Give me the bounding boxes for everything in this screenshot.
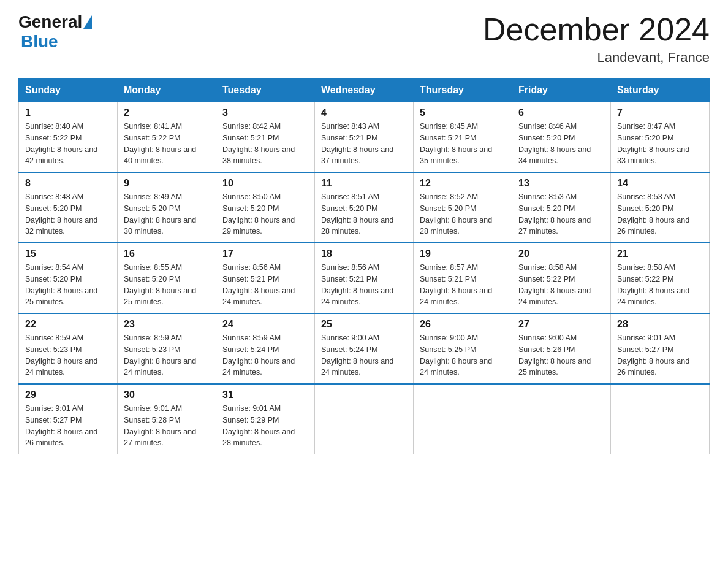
day-info: Sunrise: 8:56 AMSunset: 5:21 PMDaylight:… xyxy=(222,262,308,308)
day-info: Sunrise: 8:59 AMSunset: 5:23 PMDaylight:… xyxy=(25,332,111,378)
table-row: 13Sunrise: 8:53 AMSunset: 5:20 PMDayligh… xyxy=(512,172,611,243)
table-row: 8Sunrise: 8:48 AMSunset: 5:20 PMDaylight… xyxy=(19,172,118,243)
day-info: Sunrise: 8:55 AMSunset: 5:20 PMDaylight:… xyxy=(124,262,210,308)
day-number: 20 xyxy=(518,248,604,259)
day-number: 8 xyxy=(25,178,111,189)
day-number: 7 xyxy=(617,107,703,118)
table-row: 27Sunrise: 9:00 AMSunset: 5:26 PMDayligh… xyxy=(512,313,611,384)
day-info: Sunrise: 8:59 AMSunset: 5:24 PMDaylight:… xyxy=(222,332,308,378)
day-number: 28 xyxy=(617,319,703,330)
table-row: 24Sunrise: 8:59 AMSunset: 5:24 PMDayligh… xyxy=(216,313,315,384)
day-info: Sunrise: 8:53 AMSunset: 5:20 PMDaylight:… xyxy=(617,191,703,237)
day-number: 6 xyxy=(518,107,604,118)
table-row: 12Sunrise: 8:52 AMSunset: 5:20 PMDayligh… xyxy=(414,172,512,243)
calendar-week-row: 1Sunrise: 8:40 AMSunset: 5:22 PMDaylight… xyxy=(19,102,710,173)
day-info: Sunrise: 9:01 AMSunset: 5:28 PMDaylight:… xyxy=(124,403,210,449)
table-row: 28Sunrise: 9:01 AMSunset: 5:27 PMDayligh… xyxy=(611,313,710,384)
table-row: 3Sunrise: 8:42 AMSunset: 5:21 PMDaylight… xyxy=(216,102,315,173)
day-number: 11 xyxy=(321,178,407,189)
table-row xyxy=(315,384,414,454)
table-row: 14Sunrise: 8:53 AMSunset: 5:20 PMDayligh… xyxy=(611,172,710,243)
table-row: 22Sunrise: 8:59 AMSunset: 5:23 PMDayligh… xyxy=(19,313,118,384)
day-info: Sunrise: 8:58 AMSunset: 5:22 PMDaylight:… xyxy=(518,262,604,308)
day-info: Sunrise: 8:40 AMSunset: 5:22 PMDaylight:… xyxy=(25,121,111,167)
table-row xyxy=(611,384,710,454)
page-title: December 2024 xyxy=(483,12,710,47)
day-number: 19 xyxy=(420,248,506,259)
table-row: 21Sunrise: 8:58 AMSunset: 5:22 PMDayligh… xyxy=(611,243,710,313)
table-row: 4Sunrise: 8:43 AMSunset: 5:21 PMDaylight… xyxy=(315,102,414,173)
table-row: 31Sunrise: 9:01 AMSunset: 5:29 PMDayligh… xyxy=(216,384,315,454)
day-info: Sunrise: 8:42 AMSunset: 5:21 PMDaylight:… xyxy=(222,121,308,167)
day-number: 21 xyxy=(617,248,703,259)
day-number: 10 xyxy=(222,178,308,189)
day-info: Sunrise: 8:50 AMSunset: 5:20 PMDaylight:… xyxy=(222,191,308,237)
calendar-header-row: Sunday Monday Tuesday Wednesday Thursday… xyxy=(19,79,710,102)
day-number: 25 xyxy=(321,319,407,330)
day-info: Sunrise: 8:47 AMSunset: 5:20 PMDaylight:… xyxy=(617,121,703,167)
calendar-week-row: 8Sunrise: 8:48 AMSunset: 5:20 PMDaylight… xyxy=(19,172,710,243)
header-tuesday: Tuesday xyxy=(216,79,315,102)
day-number: 9 xyxy=(124,178,210,189)
day-number: 13 xyxy=(518,178,604,189)
table-row: 7Sunrise: 8:47 AMSunset: 5:20 PMDaylight… xyxy=(611,102,710,173)
day-info: Sunrise: 9:01 AMSunset: 5:27 PMDaylight:… xyxy=(617,332,703,378)
day-number: 27 xyxy=(518,319,604,330)
day-number: 15 xyxy=(25,248,111,259)
table-row: 29Sunrise: 9:01 AMSunset: 5:27 PMDayligh… xyxy=(19,384,118,454)
day-info: Sunrise: 8:48 AMSunset: 5:20 PMDaylight:… xyxy=(25,191,111,237)
day-info: Sunrise: 8:58 AMSunset: 5:22 PMDaylight:… xyxy=(617,262,703,308)
table-row: 20Sunrise: 8:58 AMSunset: 5:22 PMDayligh… xyxy=(512,243,611,313)
logo: General Blue xyxy=(18,12,93,52)
header-sunday: Sunday xyxy=(19,79,118,102)
table-row: 1Sunrise: 8:40 AMSunset: 5:22 PMDaylight… xyxy=(19,102,118,173)
table-row: 6Sunrise: 8:46 AMSunset: 5:20 PMDaylight… xyxy=(512,102,611,173)
day-number: 24 xyxy=(222,319,308,330)
day-info: Sunrise: 8:46 AMSunset: 5:20 PMDaylight:… xyxy=(518,121,604,167)
day-number: 3 xyxy=(222,107,308,118)
day-info: Sunrise: 8:56 AMSunset: 5:21 PMDaylight:… xyxy=(321,262,407,308)
table-row: 10Sunrise: 8:50 AMSunset: 5:20 PMDayligh… xyxy=(216,172,315,243)
table-row: 26Sunrise: 9:00 AMSunset: 5:25 PMDayligh… xyxy=(414,313,512,384)
header-saturday: Saturday xyxy=(611,79,710,102)
day-number: 17 xyxy=(222,248,308,259)
table-row: 11Sunrise: 8:51 AMSunset: 5:20 PMDayligh… xyxy=(315,172,414,243)
day-info: Sunrise: 8:45 AMSunset: 5:21 PMDaylight:… xyxy=(420,121,506,167)
header-monday: Monday xyxy=(118,79,216,102)
day-number: 14 xyxy=(617,178,703,189)
table-row: 19Sunrise: 8:57 AMSunset: 5:21 PMDayligh… xyxy=(414,243,512,313)
table-row: 9Sunrise: 8:49 AMSunset: 5:20 PMDaylight… xyxy=(118,172,216,243)
calendar-week-row: 29Sunrise: 9:01 AMSunset: 5:27 PMDayligh… xyxy=(19,384,710,454)
day-info: Sunrise: 8:53 AMSunset: 5:20 PMDaylight:… xyxy=(518,191,604,237)
day-info: Sunrise: 9:00 AMSunset: 5:24 PMDaylight:… xyxy=(321,332,407,378)
table-row: 18Sunrise: 8:56 AMSunset: 5:21 PMDayligh… xyxy=(315,243,414,313)
day-info: Sunrise: 8:41 AMSunset: 5:22 PMDaylight:… xyxy=(124,121,210,167)
day-info: Sunrise: 8:51 AMSunset: 5:20 PMDaylight:… xyxy=(321,191,407,237)
table-row xyxy=(414,384,512,454)
day-number: 1 xyxy=(25,107,111,118)
header-friday: Friday xyxy=(512,79,611,102)
header-thursday: Thursday xyxy=(414,79,512,102)
day-number: 29 xyxy=(25,389,111,400)
day-number: 22 xyxy=(25,319,111,330)
day-number: 18 xyxy=(321,248,407,259)
page-header: General Blue December 2024 Landevant, Fr… xyxy=(18,12,710,66)
calendar-table: Sunday Monday Tuesday Wednesday Thursday… xyxy=(18,78,710,454)
day-number: 30 xyxy=(124,389,210,400)
day-info: Sunrise: 8:43 AMSunset: 5:21 PMDaylight:… xyxy=(321,121,407,167)
calendar-week-row: 22Sunrise: 8:59 AMSunset: 5:23 PMDayligh… xyxy=(19,313,710,384)
table-row: 5Sunrise: 8:45 AMSunset: 5:21 PMDaylight… xyxy=(414,102,512,173)
logo-general-text: General xyxy=(18,12,82,32)
day-number: 5 xyxy=(420,107,506,118)
table-row: 17Sunrise: 8:56 AMSunset: 5:21 PMDayligh… xyxy=(216,243,315,313)
table-row: 15Sunrise: 8:54 AMSunset: 5:20 PMDayligh… xyxy=(19,243,118,313)
day-number: 12 xyxy=(420,178,506,189)
day-info: Sunrise: 9:01 AMSunset: 5:27 PMDaylight:… xyxy=(25,403,111,449)
day-number: 31 xyxy=(222,389,308,400)
title-block: December 2024 Landevant, France xyxy=(483,12,710,66)
day-info: Sunrise: 8:54 AMSunset: 5:20 PMDaylight:… xyxy=(25,262,111,308)
day-info: Sunrise: 9:00 AMSunset: 5:25 PMDaylight:… xyxy=(420,332,506,378)
table-row xyxy=(512,384,611,454)
day-number: 23 xyxy=(124,319,210,330)
day-number: 2 xyxy=(124,107,210,118)
